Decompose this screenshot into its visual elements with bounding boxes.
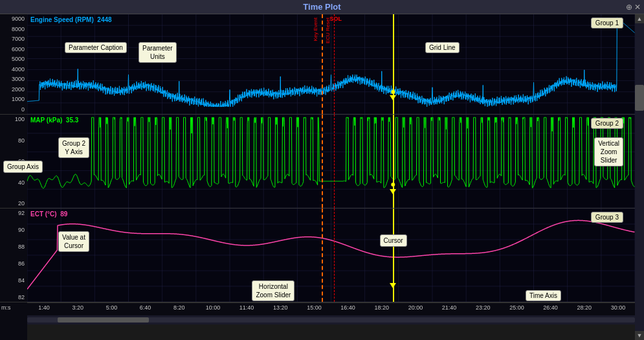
time-tick: 5:00 (106, 304, 118, 311)
time-tick: 15:00 (307, 304, 322, 311)
time-tick: 3:20 (72, 304, 83, 311)
time-tick: 20:00 (408, 304, 423, 311)
group2-label-bubble: Group 2 (591, 118, 623, 129)
grid-line-bubble: Grid Line (425, 42, 460, 53)
vscroll-down-btn[interactable]: ▼ (635, 331, 644, 340)
cursor-bubble: Cursor (380, 234, 407, 247)
ecu-label: ECU Reset (325, 17, 331, 43)
group1-yticks: 9000800070006000 5000400030002000 10000 (0, 14, 26, 114)
group-axis-bubble: Group Axis (3, 161, 43, 173)
time-axis-bar: 1:403:205:006:408:2010:0011:4013:2015:00… (27, 302, 635, 315)
time-tick: 10:00 (206, 304, 221, 311)
time-tick: 23:20 (476, 304, 491, 311)
title-bar: Time Plot ⊕ ✕ (0, 0, 644, 14)
time-tick: 8:20 (173, 304, 185, 311)
time-tick: 16:40 (340, 304, 355, 311)
group2-canvas (27, 115, 635, 208)
group3-label-bubble: Group 3 (591, 212, 623, 223)
group1-param-label: Engine Speed (RPM) 2448 (30, 16, 112, 23)
group2-panel: MAP (kPa) 35.3 Group 2 Group 2Y Axis Ver… (27, 115, 635, 209)
time-units-label: m:s (1, 304, 11, 311)
window-controls[interactable]: ⊕ ✕ (626, 3, 641, 12)
vscroll-up-btn[interactable]: ▲ (635, 14, 644, 23)
param-units-bubble: ParameterUnits (139, 42, 177, 63)
time-tick: 30:00 (611, 304, 626, 311)
time-tick: 21:40 (442, 304, 457, 311)
group3-panel: ECT (°C) 89 Group 3 Value atCursor Curso… (27, 209, 635, 302)
group2-param-label: MAP (kPa) 35.3 (30, 117, 78, 124)
time-tick: 25:00 (509, 304, 524, 311)
time-tick: 6:40 (140, 304, 151, 311)
group3-yticks: 929088868482 (0, 209, 26, 302)
sol-label: SOL (330, 16, 342, 22)
time-tick: 13:20 (273, 304, 288, 311)
group1-label-bubble: Group 1 (591, 17, 623, 28)
scrollbar-track (27, 317, 635, 323)
time-tick: 18:20 (374, 304, 389, 311)
group1-canvas (27, 14, 635, 114)
time-tick: 28:20 (577, 304, 592, 311)
group3-param-label: ECT (°C) 89 (30, 210, 67, 218)
horizontal-zoom-bubble: HorizontalZoom Slider (252, 280, 294, 301)
vscroll-thumb[interactable] (635, 85, 644, 111)
group2-yaxis-bubble: Group 2Y Axis (58, 137, 89, 158)
time-axis-bubble: Time Axis (526, 290, 561, 301)
vertical-zoom-bubble: VerticalZoomSlider (594, 137, 623, 166)
time-tick: 1:40 (38, 304, 50, 311)
time-tick: 26:40 (543, 304, 558, 311)
param-caption-bubble: Parameter Caption (65, 42, 127, 53)
horizontal-scrollbar[interactable] (27, 315, 635, 324)
window-title: Time Plot (303, 2, 340, 12)
group1-panel: SOL Key Event ECU Reset Engine Speed (RP… (27, 14, 635, 115)
time-tick: 11:40 (239, 304, 254, 311)
key-event-label: Key Event (313, 17, 318, 41)
vertical-scrollbar[interactable]: ▲ ▼ (635, 14, 644, 340)
value-at-cursor-bubble: Value atCursor (58, 231, 89, 252)
group3-canvas (27, 209, 635, 302)
scrollbar-thumb[interactable] (58, 317, 149, 323)
